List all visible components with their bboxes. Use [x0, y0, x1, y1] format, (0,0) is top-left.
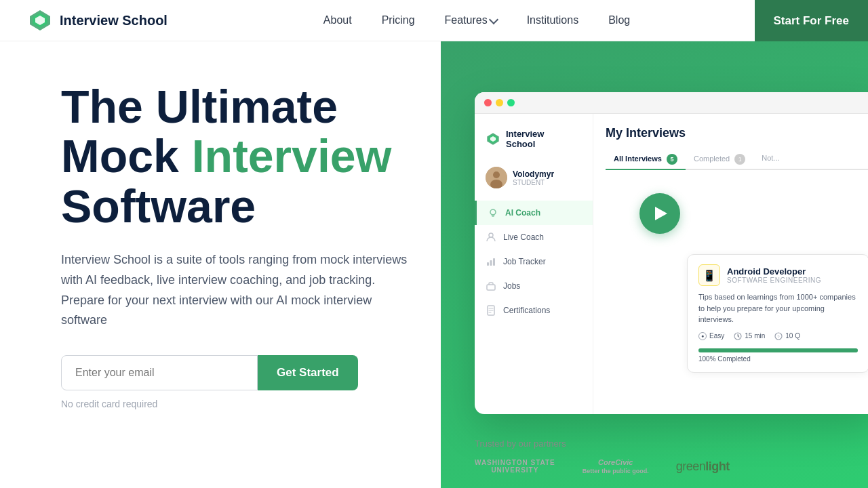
difficulty-meta: ● Easy [698, 332, 724, 340]
window-titlebar [475, 92, 868, 114]
nav-features[interactable]: Features [433, 9, 509, 32]
app-preview-window: InterviewSchool Volodymyr STUD [475, 92, 868, 414]
svg-rect-11 [487, 262, 489, 266]
svg-rect-13 [493, 258, 495, 266]
user-info: Volodymyr STUDENT [513, 169, 554, 186]
trusted-title: Trusted by our partners [475, 439, 834, 449]
play-button[interactable] [639, 193, 680, 234]
email-input[interactable] [61, 355, 258, 390]
time-label: 15 min [745, 332, 765, 340]
right-panel: InterviewSchool Volodymyr STUD [441, 41, 868, 488]
card-category-icon: 📱 [698, 264, 720, 286]
chevron-down-icon [489, 14, 498, 24]
tab-all-interviews[interactable]: All Interviews 5 [606, 150, 686, 170]
sidebar-item-job-tracker[interactable]: Job Tracker [475, 249, 593, 274]
nav-institutions[interactable]: Institutions [515, 9, 591, 32]
svg-text:?: ? [778, 335, 781, 339]
sidebar-item-label: Job Tracker [503, 257, 546, 266]
briefcase-icon [486, 281, 496, 291]
nav-right: Sign in Start For Free [786, 9, 841, 32]
nav-about[interactable]: About [311, 9, 364, 32]
navbar: Interview School About Pricing Features … [0, 0, 868, 41]
window-minimize-dot [496, 99, 503, 106]
card-title-group: Android Developer SOFTWARE ENGINEERING [727, 266, 821, 284]
clock-icon [734, 332, 742, 340]
tab-completed[interactable]: Completed 1 [686, 150, 753, 169]
get-started-button[interactable]: Get Started [258, 355, 358, 390]
nav-blog[interactable]: Blog [596, 9, 642, 32]
trusted-section: Trusted by our partners WASHINGTON STATE… [441, 439, 868, 474]
difficulty-label: Easy [709, 332, 724, 340]
sidebar-item-label: Live Coach [503, 232, 544, 242]
app-content-area: My Interviews All Interviews 5 Completed… [593, 114, 868, 414]
sidebar-logo-icon [486, 131, 500, 146]
content-title: My Interviews [606, 126, 868, 140]
card-area [606, 180, 868, 247]
card-description: Tips based on learnings from 1000+ compa… [698, 291, 858, 325]
svg-point-7 [493, 171, 500, 178]
tab-not[interactable]: Not... [753, 150, 787, 169]
card-meta: ● Easy 15 min [698, 332, 858, 340]
nav-links: About Pricing Features Institutions Blog [311, 9, 642, 32]
sidebar-item-label: AI Coach [505, 208, 540, 218]
svg-rect-12 [490, 260, 492, 266]
window-close-dot [484, 99, 492, 106]
nav-pricing[interactable]: Pricing [370, 9, 427, 32]
interview-card: 📱 Android Developer SOFTWARE ENGINEERING… [687, 254, 868, 373]
start-free-button[interactable]: Start For Free [755, 0, 868, 41]
window-maximize-dot [507, 99, 515, 106]
card-title: Android Developer [727, 266, 821, 277]
tabs-row: All Interviews 5 Completed 1 Not... [606, 150, 868, 170]
sidebar-brand: InterviewSchool [506, 129, 544, 149]
svg-point-10 [489, 233, 493, 237]
sidebar-item-label: Certifications [503, 306, 550, 315]
partners-list: WASHINGTON STATEUNIVERSITY CoreCivicBett… [475, 458, 834, 474]
sidebar-item-certifications[interactable]: Certifications [475, 298, 593, 323]
partner-wsu: WASHINGTON STATEUNIVERSITY [475, 459, 555, 474]
sidebar-user: Volodymyr STUDENT [475, 160, 593, 195]
doc-icon [486, 305, 496, 316]
sidebar-item-label: Jobs [503, 281, 520, 291]
progress-wrap: 100% Completed [698, 348, 858, 363]
card-header: 📱 Android Developer SOFTWARE ENGINEERING [698, 264, 858, 286]
questions-meta: ? 10 Q [774, 332, 800, 340]
app-body: InterviewSchool Volodymyr STUD [475, 114, 868, 414]
sidebar-item-live-coach[interactable]: Live Coach [475, 225, 593, 249]
app-sidebar-logo: InterviewSchool [475, 123, 593, 160]
email-row: Get Started [61, 355, 414, 390]
hero-section: The Ultimate Mock Interview Software Int… [0, 41, 441, 488]
progress-bar-fill [698, 348, 858, 352]
hero-description: Interview School is a suite of tools ran… [61, 250, 414, 331]
user-name: Volodymyr [513, 169, 554, 179]
play-icon [655, 207, 667, 220]
progress-label: 100% Completed [698, 355, 858, 363]
progress-bar-bg [698, 348, 858, 352]
time-meta: 15 min [734, 332, 765, 340]
main-content: The Ultimate Mock Interview Software Int… [0, 41, 868, 488]
sidebar-item-ai-coach[interactable]: AI Coach [475, 201, 593, 225]
person-icon [486, 232, 496, 243]
bulb-icon [488, 207, 498, 218]
no-credit-card-label: No credit card required [61, 399, 414, 409]
card-category: SOFTWARE ENGINEERING [727, 277, 821, 284]
brand-name: Interview School [60, 13, 167, 28]
logo-link[interactable]: Interview School [27, 7, 167, 33]
hero-title: The Ultimate Mock Interview Software [61, 82, 414, 231]
svg-rect-14 [487, 285, 495, 290]
app-sidebar: InterviewSchool Volodymyr STUD [475, 114, 593, 414]
partner-corecivic: CoreCivicBetter the public good. [583, 458, 649, 474]
user-role: STUDENT [513, 179, 554, 186]
chart-icon [486, 256, 496, 267]
svg-point-9 [490, 209, 496, 215]
sidebar-item-jobs[interactable]: Jobs [475, 274, 593, 298]
logo-icon [27, 7, 53, 33]
avatar [486, 167, 507, 188]
questions-label: 10 Q [785, 332, 800, 340]
questions-icon: ? [774, 332, 783, 340]
difficulty-icon: ● [698, 332, 707, 340]
partner-greenlight: greenlight [676, 460, 730, 474]
